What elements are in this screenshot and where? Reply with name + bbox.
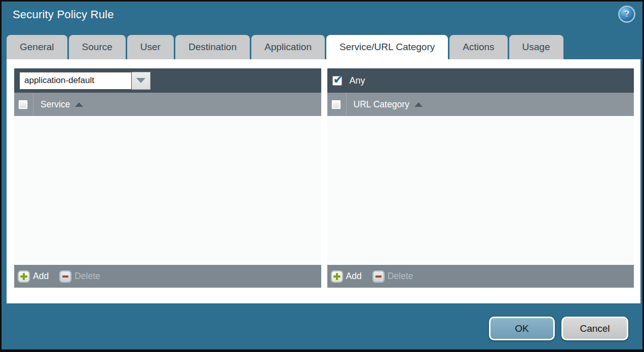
security-policy-rule-dialog: Security Policy Rule ? General Source Us… [0, 0, 644, 352]
add-button-label: Add [346, 271, 362, 282]
service-type-dropdown-value[interactable]: application-default [19, 72, 132, 90]
help-icon[interactable]: ? [620, 7, 634, 21]
any-checkbox-label[interactable]: Any [350, 75, 365, 86]
any-checkbox[interactable] [332, 76, 342, 86]
url-category-add-button[interactable]: Add [331, 271, 362, 282]
chevron-down-icon [136, 78, 145, 83]
tab-bar: General Source User Destination Applicat… [7, 35, 563, 59]
url-category-column-header: URL Category [327, 93, 634, 116]
tab-service-url-category[interactable]: Service/URL Category [326, 35, 448, 59]
sort-ascending-icon[interactable] [75, 102, 83, 107]
service-select-all-checkbox[interactable] [18, 100, 28, 109]
dialog-title: Security Policy Rule [13, 8, 114, 21]
add-plus-icon [331, 271, 343, 282]
url-category-panel: Any URL Category Add Delete [327, 68, 634, 288]
tab-actions[interactable]: Actions [449, 35, 507, 59]
delete-minus-icon [60, 271, 71, 282]
service-add-button[interactable]: Add [18, 271, 49, 282]
tab-source[interactable]: Source [69, 35, 126, 59]
url-category-panel-footer: Add Delete [327, 265, 634, 288]
cancel-button[interactable]: Cancel [561, 317, 628, 340]
url-category-panel-header: Any [327, 68, 634, 93]
delete-button-label: Delete [388, 271, 413, 282]
tab-content: application-default Service [7, 59, 640, 303]
add-plus-icon [18, 271, 29, 282]
add-button-label: Add [33, 271, 49, 282]
service-panel-header: application-default [14, 68, 321, 93]
column-divider [346, 93, 347, 116]
panels-row: application-default Service [14, 68, 634, 288]
service-panel-footer: Add Delete [14, 265, 321, 288]
delete-button-label: Delete [74, 271, 100, 282]
tab-usage[interactable]: Usage [509, 35, 563, 59]
url-category-delete-button[interactable]: Delete [373, 271, 413, 282]
service-column-header: Service [14, 93, 321, 116]
tab-destination[interactable]: Destination [175, 35, 250, 59]
url-category-select-all-checkbox[interactable] [331, 100, 341, 109]
tab-user[interactable]: User [127, 35, 174, 59]
url-category-column-label[interactable]: URL Category [354, 99, 409, 110]
column-divider [33, 93, 33, 116]
tab-general[interactable]: General [7, 35, 67, 59]
ok-button[interactable]: OK [489, 317, 555, 340]
tab-application[interactable]: Application [251, 35, 325, 59]
url-category-list[interactable] [327, 116, 634, 265]
delete-minus-icon [373, 271, 384, 282]
sort-ascending-icon[interactable] [414, 102, 423, 107]
service-delete-button[interactable]: Delete [60, 271, 100, 282]
service-panel: application-default Service [14, 68, 321, 288]
service-type-dropdown-button[interactable] [132, 72, 150, 90]
service-list[interactable] [14, 116, 321, 265]
service-type-dropdown[interactable]: application-default [19, 72, 150, 90]
service-column-label[interactable]: Service [41, 99, 70, 110]
